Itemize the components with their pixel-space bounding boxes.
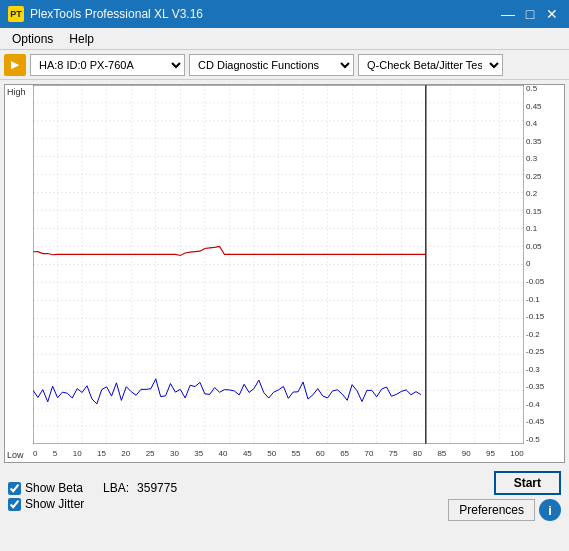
y-label-16: -0.3 <box>526 366 562 374</box>
y-label-9: 0.05 <box>526 243 562 251</box>
chart-container: High Low 0.5 0.45 0.4 0.35 0.3 0.25 0.2 … <box>4 84 565 463</box>
chart-label-high: High <box>7 87 26 97</box>
y-label-20: -0.5 <box>526 436 562 444</box>
y-label-10: 0 <box>526 260 562 268</box>
chart-inner <box>33 85 524 444</box>
chart-label-low: Low <box>7 450 24 460</box>
y-label-0: 0.5 <box>526 85 562 93</box>
y-label-18: -0.4 <box>526 401 562 409</box>
show-jitter-row: Show Jitter <box>8 497 177 511</box>
show-beta-label: Show Beta <box>25 481 83 495</box>
y-label-19: -0.45 <box>526 418 562 426</box>
chart-canvas <box>33 85 524 444</box>
start-button[interactable]: Start <box>494 471 561 495</box>
y-label-7: 0.15 <box>526 208 562 216</box>
preferences-button[interactable]: Preferences <box>448 499 535 521</box>
y-label-4: 0.3 <box>526 155 562 163</box>
x-axis: 0 5 10 15 20 25 30 35 40 45 50 55 60 65 … <box>33 444 524 462</box>
y-label-13: -0.15 <box>526 313 562 321</box>
drive-select[interactable]: HA:8 ID:0 PX-760A <box>30 54 185 76</box>
y-label-6: 0.2 <box>526 190 562 198</box>
close-button[interactable]: ✕ <box>543 5 561 23</box>
info-button[interactable]: i <box>539 499 561 521</box>
right-buttons: Start Preferences i <box>448 471 561 521</box>
y-label-14: -0.2 <box>526 331 562 339</box>
bottom-main-row: Show Beta LBA: 359775 Show Jitter Start … <box>4 467 565 521</box>
window-controls: — □ ✕ <box>499 5 561 23</box>
function-select[interactable]: CD Diagnostic Functions <box>189 54 354 76</box>
menu-help[interactable]: Help <box>61 30 102 48</box>
y-label-2: 0.4 <box>526 120 562 128</box>
test-select[interactable]: Q-Check Beta/Jitter Test <box>358 54 503 76</box>
prefs-row: Preferences i <box>448 499 561 521</box>
y-label-11: -0.05 <box>526 278 562 286</box>
menu-bar: Options Help <box>0 28 569 50</box>
bottom-bar: Show Beta LBA: 359775 Show Jitter Start … <box>4 467 565 547</box>
minimize-button[interactable]: — <box>499 5 517 23</box>
title-bar: PT PlexTools Professional XL V3.16 — □ ✕ <box>0 0 569 28</box>
window-title: PlexTools Professional XL V3.16 <box>30 7 203 21</box>
show-beta-checkbox[interactable] <box>8 482 21 495</box>
y-label-12: -0.1 <box>526 296 562 304</box>
main-content: High Low 0.5 0.45 0.4 0.35 0.3 0.25 0.2 … <box>0 80 569 551</box>
y-label-15: -0.25 <box>526 348 562 356</box>
show-beta-row: Show Beta LBA: 359775 <box>8 481 177 495</box>
y-label-17: -0.35 <box>526 383 562 391</box>
show-jitter-checkbox[interactable] <box>8 498 21 511</box>
y-label-8: 0.1 <box>526 225 562 233</box>
y-label-3: 0.35 <box>526 138 562 146</box>
y-label-5: 0.25 <box>526 173 562 181</box>
show-jitter-label: Show Jitter <box>25 497 84 511</box>
y-axis: 0.5 0.45 0.4 0.35 0.3 0.25 0.2 0.15 0.1 … <box>524 85 564 444</box>
app-icon: PT <box>8 6 24 22</box>
menu-options[interactable]: Options <box>4 30 61 48</box>
title-bar-left: PT PlexTools Professional XL V3.16 <box>8 6 203 22</box>
lba-value: 359775 <box>137 481 177 495</box>
toolbar: ▶ HA:8 ID:0 PX-760A CD Diagnostic Functi… <box>0 50 569 80</box>
drive-icon: ▶ <box>4 54 26 76</box>
y-label-1: 0.45 <box>526 103 562 111</box>
lba-label: LBA: <box>103 481 129 495</box>
maximize-button[interactable]: □ <box>521 5 539 23</box>
